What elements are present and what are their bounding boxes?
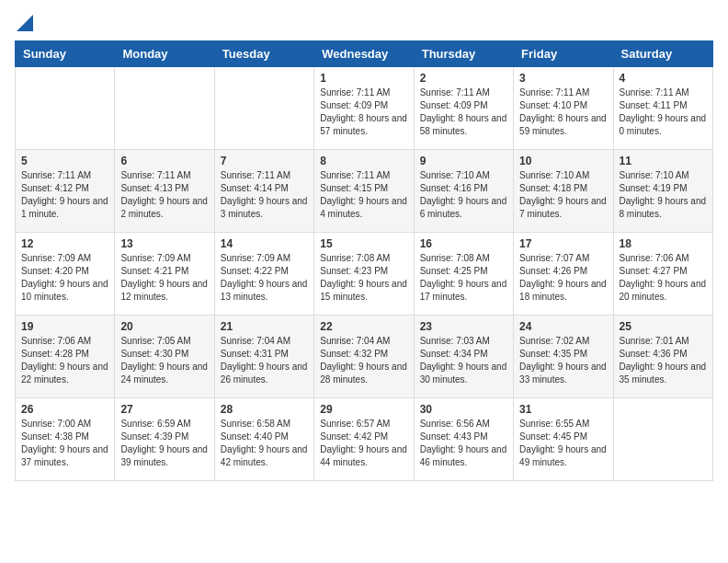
day-header-friday: Friday xyxy=(514,41,613,67)
day-number: 28 xyxy=(221,403,308,416)
day-number: 17 xyxy=(519,237,607,250)
calendar-body: 1Sunrise: 7:11 AM Sunset: 4:09 PM Daylig… xyxy=(16,67,713,481)
day-header-tuesday: Tuesday xyxy=(214,41,313,67)
day-number: 7 xyxy=(221,155,308,167)
day-info: Sunrise: 7:10 AM Sunset: 4:16 PM Dayligh… xyxy=(420,169,507,221)
calendar-cell: 1Sunrise: 7:11 AM Sunset: 4:09 PM Daylig… xyxy=(314,67,414,150)
week-row-1: 1Sunrise: 7:11 AM Sunset: 4:09 PM Daylig… xyxy=(16,67,713,150)
week-row-2: 5Sunrise: 7:11 AM Sunset: 4:12 PM Daylig… xyxy=(16,150,713,233)
calendar-cell: 27Sunrise: 6:59 AM Sunset: 4:39 PM Dayli… xyxy=(115,398,214,481)
calendar-cell: 23Sunrise: 7:03 AM Sunset: 4:34 PM Dayli… xyxy=(414,316,513,398)
calendar-cell: 30Sunrise: 6:56 AM Sunset: 4:43 PM Dayli… xyxy=(414,398,513,481)
day-info: Sunrise: 7:09 AM Sunset: 4:22 PM Dayligh… xyxy=(221,252,308,304)
day-number: 11 xyxy=(620,155,707,167)
day-number: 18 xyxy=(620,237,707,250)
day-info: Sunrise: 6:55 AM Sunset: 4:45 PM Dayligh… xyxy=(519,418,607,469)
day-info: Sunrise: 7:11 AM Sunset: 4:14 PM Dayligh… xyxy=(221,169,308,221)
week-row-4: 19Sunrise: 7:06 AM Sunset: 4:28 PM Dayli… xyxy=(16,316,713,398)
day-info: Sunrise: 7:11 AM Sunset: 4:10 PM Dayligh… xyxy=(519,86,607,138)
day-info: Sunrise: 7:06 AM Sunset: 4:27 PM Dayligh… xyxy=(620,252,707,304)
day-number: 31 xyxy=(519,403,607,416)
day-info: Sunrise: 7:11 AM Sunset: 4:11 PM Dayligh… xyxy=(620,86,707,138)
day-number: 1 xyxy=(320,72,407,85)
day-info: Sunrise: 7:00 AM Sunset: 4:38 PM Dayligh… xyxy=(21,418,108,469)
calendar-cell: 16Sunrise: 7:08 AM Sunset: 4:25 PM Dayli… xyxy=(414,233,513,316)
day-info: Sunrise: 7:10 AM Sunset: 4:18 PM Dayligh… xyxy=(519,169,607,221)
logo xyxy=(15,15,33,31)
calendar-cell: 31Sunrise: 6:55 AM Sunset: 4:45 PM Dayli… xyxy=(514,398,613,481)
day-info: Sunrise: 7:09 AM Sunset: 4:20 PM Dayligh… xyxy=(21,252,108,304)
calendar-cell: 25Sunrise: 7:01 AM Sunset: 4:36 PM Dayli… xyxy=(613,316,712,398)
calendar-cell: 28Sunrise: 6:58 AM Sunset: 4:40 PM Dayli… xyxy=(214,398,313,481)
calendar-cell xyxy=(214,67,313,150)
day-header-saturday: Saturday xyxy=(613,41,712,67)
day-info: Sunrise: 7:11 AM Sunset: 4:15 PM Dayligh… xyxy=(320,169,407,221)
day-info: Sunrise: 7:02 AM Sunset: 4:35 PM Dayligh… xyxy=(519,335,607,386)
day-info: Sunrise: 6:57 AM Sunset: 4:42 PM Dayligh… xyxy=(320,418,407,469)
day-info: Sunrise: 6:59 AM Sunset: 4:39 PM Dayligh… xyxy=(120,418,208,469)
day-number: 30 xyxy=(420,403,507,416)
day-number: 10 xyxy=(519,155,607,167)
calendar-cell: 26Sunrise: 7:00 AM Sunset: 4:38 PM Dayli… xyxy=(16,398,115,481)
calendar-cell: 24Sunrise: 7:02 AM Sunset: 4:35 PM Dayli… xyxy=(514,316,613,398)
calendar-cell: 18Sunrise: 7:06 AM Sunset: 4:27 PM Dayli… xyxy=(613,233,712,316)
calendar-cell: 21Sunrise: 7:04 AM Sunset: 4:31 PM Dayli… xyxy=(214,316,313,398)
calendar-header-row: SundayMondayTuesdayWednesdayThursdayFrid… xyxy=(16,41,713,67)
day-number: 25 xyxy=(620,320,707,333)
calendar-cell: 20Sunrise: 7:05 AM Sunset: 4:30 PM Dayli… xyxy=(115,316,214,398)
day-number: 19 xyxy=(21,320,108,333)
calendar-cell xyxy=(16,67,115,150)
day-number: 6 xyxy=(120,155,208,167)
day-number: 22 xyxy=(320,320,407,333)
day-number: 5 xyxy=(21,155,108,167)
day-number: 13 xyxy=(120,237,208,250)
day-info: Sunrise: 7:05 AM Sunset: 4:30 PM Dayligh… xyxy=(120,335,208,386)
day-number: 23 xyxy=(420,320,507,333)
calendar-cell: 19Sunrise: 7:06 AM Sunset: 4:28 PM Dayli… xyxy=(16,316,115,398)
calendar-cell: 7Sunrise: 7:11 AM Sunset: 4:14 PM Daylig… xyxy=(214,150,313,233)
page-header xyxy=(15,15,713,31)
calendar-cell: 29Sunrise: 6:57 AM Sunset: 4:42 PM Dayli… xyxy=(314,398,414,481)
calendar-cell: 11Sunrise: 7:10 AM Sunset: 4:19 PM Dayli… xyxy=(613,150,712,233)
calendar-cell: 2Sunrise: 7:11 AM Sunset: 4:09 PM Daylig… xyxy=(414,67,513,150)
calendar-cell: 13Sunrise: 7:09 AM Sunset: 4:21 PM Dayli… xyxy=(115,233,214,316)
calendar-table: SundayMondayTuesdayWednesdayThursdayFrid… xyxy=(15,40,713,481)
calendar-cell: 10Sunrise: 7:10 AM Sunset: 4:18 PM Dayli… xyxy=(514,150,613,233)
day-number: 21 xyxy=(221,320,308,333)
day-info: Sunrise: 7:08 AM Sunset: 4:23 PM Dayligh… xyxy=(320,252,407,304)
day-info: Sunrise: 6:56 AM Sunset: 4:43 PM Dayligh… xyxy=(420,418,507,469)
calendar-cell: 14Sunrise: 7:09 AM Sunset: 4:22 PM Dayli… xyxy=(214,233,313,316)
calendar-cell: 5Sunrise: 7:11 AM Sunset: 4:12 PM Daylig… xyxy=(16,150,115,233)
day-number: 9 xyxy=(420,155,507,167)
svg-marker-0 xyxy=(17,15,33,31)
day-info: Sunrise: 7:11 AM Sunset: 4:09 PM Dayligh… xyxy=(320,86,407,138)
day-number: 27 xyxy=(120,403,208,416)
day-info: Sunrise: 7:10 AM Sunset: 4:19 PM Dayligh… xyxy=(620,169,707,221)
calendar-cell: 9Sunrise: 7:10 AM Sunset: 4:16 PM Daylig… xyxy=(414,150,513,233)
day-number: 20 xyxy=(120,320,208,333)
day-info: Sunrise: 7:11 AM Sunset: 4:12 PM Dayligh… xyxy=(21,169,108,221)
day-info: Sunrise: 7:01 AM Sunset: 4:36 PM Dayligh… xyxy=(620,335,707,386)
day-number: 16 xyxy=(420,237,507,250)
day-info: Sunrise: 7:09 AM Sunset: 4:21 PM Dayligh… xyxy=(120,252,208,304)
calendar-cell xyxy=(115,67,214,150)
day-info: Sunrise: 7:06 AM Sunset: 4:28 PM Dayligh… xyxy=(21,335,108,386)
day-header-sunday: Sunday xyxy=(16,41,115,67)
day-number: 4 xyxy=(620,72,707,85)
calendar-cell: 17Sunrise: 7:07 AM Sunset: 4:26 PM Dayli… xyxy=(514,233,613,316)
day-number: 15 xyxy=(320,237,407,250)
day-number: 12 xyxy=(21,237,108,250)
day-info: Sunrise: 6:58 AM Sunset: 4:40 PM Dayligh… xyxy=(221,418,308,469)
day-info: Sunrise: 7:04 AM Sunset: 4:32 PM Dayligh… xyxy=(320,335,407,386)
day-info: Sunrise: 7:07 AM Sunset: 4:26 PM Dayligh… xyxy=(519,252,607,304)
day-number: 3 xyxy=(519,72,607,85)
calendar-cell xyxy=(613,398,712,481)
day-header-wednesday: Wednesday xyxy=(314,41,414,67)
calendar-cell: 15Sunrise: 7:08 AM Sunset: 4:23 PM Dayli… xyxy=(314,233,414,316)
logo-triangle-icon xyxy=(17,15,33,31)
day-info: Sunrise: 7:04 AM Sunset: 4:31 PM Dayligh… xyxy=(221,335,308,386)
day-number: 8 xyxy=(320,155,407,167)
day-number: 2 xyxy=(420,72,507,85)
week-row-5: 26Sunrise: 7:00 AM Sunset: 4:38 PM Dayli… xyxy=(16,398,713,481)
day-number: 29 xyxy=(320,403,407,416)
